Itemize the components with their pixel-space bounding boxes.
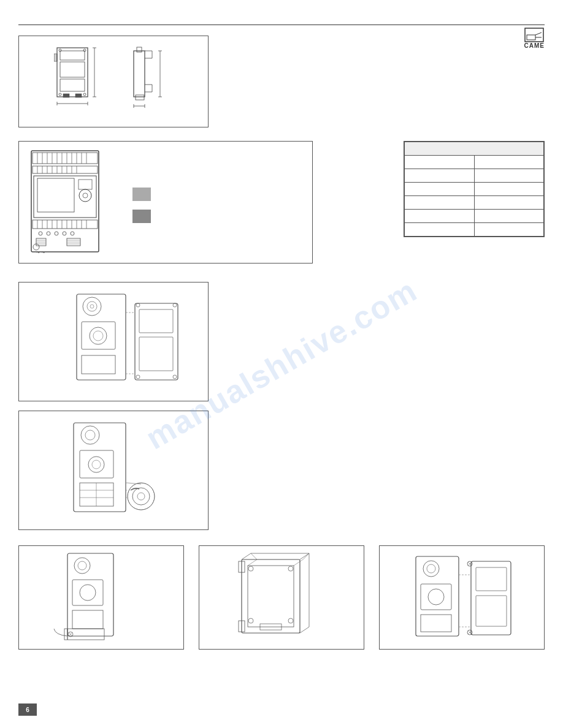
svg-point-67 [83, 193, 88, 198]
svg-line-147 [300, 627, 309, 633]
technical-drawing-box [18, 36, 209, 127]
svg-point-101 [90, 327, 107, 344]
svg-rect-7 [60, 79, 85, 91]
svg-point-107 [136, 303, 140, 307]
svg-point-85 [71, 232, 74, 235]
svg-rect-4 [57, 48, 88, 97]
svg-line-156 [294, 559, 303, 566]
svg-rect-165 [471, 561, 511, 635]
exploded-svg-1 [40, 288, 187, 395]
svg-point-150 [248, 566, 253, 571]
table-cell [405, 183, 475, 196]
svg-rect-162 [421, 584, 451, 610]
assembly-box-2 [199, 545, 364, 650]
svg-rect-167 [476, 596, 507, 626]
svg-point-102 [93, 331, 103, 341]
came-logo: CAME [524, 28, 545, 49]
svg-line-157 [251, 553, 257, 559]
svg-text:~ ~: ~ ~ [36, 249, 45, 256]
svg-rect-159 [416, 556, 459, 636]
legend-item-2 [132, 210, 151, 223]
assembly-box-3 [379, 545, 545, 650]
came-logo-icon [524, 28, 544, 42]
svg-point-124 [132, 488, 150, 505]
specs-table [404, 141, 545, 237]
svg-point-118 [92, 460, 101, 469]
svg-rect-116 [80, 450, 113, 478]
svg-point-83 [55, 232, 58, 235]
svg-point-108 [173, 303, 177, 307]
table-cell [405, 156, 475, 169]
svg-rect-106 [139, 337, 173, 371]
svg-point-81 [39, 232, 42, 235]
svg-rect-27 [137, 47, 142, 52]
svg-point-123 [128, 483, 155, 510]
panel-diagram-svg: ~ ~ [25, 148, 120, 257]
svg-rect-1 [527, 35, 535, 40]
table-cell [405, 169, 475, 183]
exploded-view-box-1 [18, 282, 209, 401]
svg-rect-104 [135, 303, 178, 380]
svg-line-146 [300, 553, 309, 559]
assembly-svg-2 [217, 550, 346, 645]
table-cell [405, 196, 475, 210]
svg-line-145 [242, 553, 251, 559]
svg-point-84 [63, 232, 66, 235]
svg-point-98 [87, 301, 97, 311]
svg-line-155 [248, 559, 257, 566]
svg-point-109 [136, 375, 140, 379]
svg-line-158 [303, 553, 309, 559]
svg-rect-28 [136, 95, 144, 100]
svg-rect-8 [63, 94, 69, 97]
control-panel-box: ~ ~ [18, 141, 313, 264]
table-cell [405, 210, 475, 223]
table-cell [405, 223, 475, 237]
table-cell [474, 169, 544, 183]
svg-rect-100 [82, 322, 115, 349]
table-header [405, 142, 544, 156]
table-cell [474, 223, 544, 237]
svg-rect-166 [476, 567, 507, 591]
svg-point-151 [288, 566, 293, 571]
svg-point-153 [288, 618, 293, 623]
table-cell [474, 196, 544, 210]
svg-point-163 [428, 589, 444, 605]
came-logo-text: CAME [524, 42, 545, 49]
exploded-view-box-2 [18, 411, 209, 530]
svg-point-97 [83, 297, 101, 316]
svg-point-99 [90, 305, 94, 308]
svg-point-131 [74, 558, 90, 574]
svg-rect-64 [34, 176, 96, 218]
svg-rect-119 [80, 483, 113, 506]
svg-point-66 [79, 189, 91, 202]
svg-rect-26 [134, 51, 145, 97]
svg-point-160 [423, 561, 439, 577]
svg-point-117 [88, 457, 104, 472]
svg-rect-6 [60, 62, 85, 77]
svg-point-152 [248, 618, 253, 623]
svg-point-161 [427, 564, 435, 573]
svg-rect-68 [79, 180, 92, 189]
page-number: 6 [18, 703, 37, 716]
legend-box-2 [132, 210, 151, 223]
table-cell [474, 156, 544, 169]
svg-line-3 [535, 32, 542, 35]
assembly-svg-3 [397, 550, 526, 645]
exploded-svg-2 [40, 417, 187, 524]
legend-box-1 [132, 188, 151, 201]
svg-point-115 [85, 430, 95, 440]
svg-rect-164 [421, 615, 451, 632]
legend-item-1 [132, 188, 151, 201]
svg-point-125 [137, 493, 145, 500]
svg-point-13 [83, 93, 86, 96]
svg-rect-103 [82, 355, 115, 374]
svg-point-110 [173, 375, 177, 379]
svg-rect-105 [139, 309, 173, 333]
svg-point-134 [80, 585, 96, 601]
table-cell [474, 210, 544, 223]
table-cell [474, 183, 544, 196]
svg-rect-9 [75, 94, 82, 97]
panel-legend [132, 181, 151, 223]
svg-rect-5 [60, 51, 85, 60]
svg-rect-65 [37, 178, 74, 212]
